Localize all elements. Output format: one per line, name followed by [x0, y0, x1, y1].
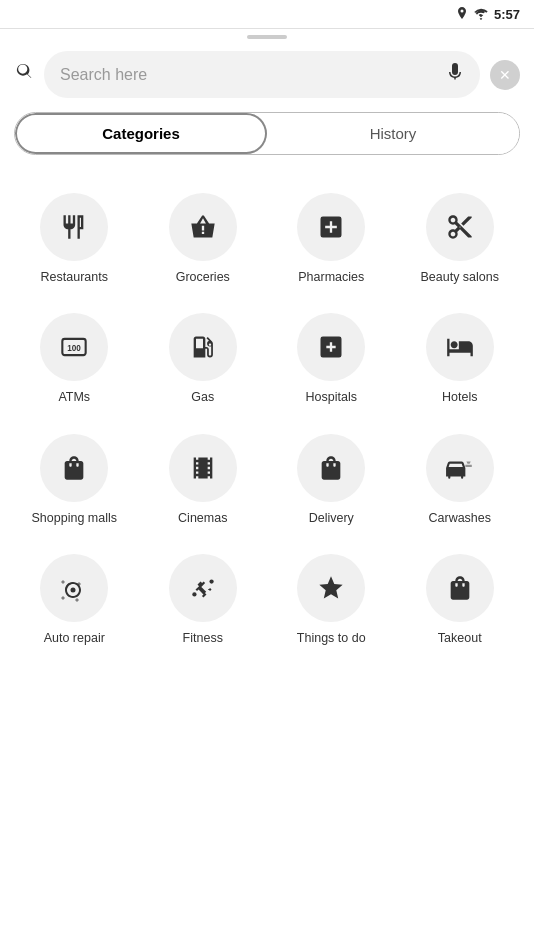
groceries-label: Groceries: [176, 269, 230, 285]
cinemas-label: Cinemas: [178, 510, 227, 526]
category-beauty-salons[interactable]: Beauty salons: [396, 177, 525, 297]
search-bar-container: Search here ✕: [0, 43, 534, 106]
category-auto-repair[interactable]: Auto repair: [10, 538, 139, 658]
auto-repair-label: Auto repair: [44, 630, 105, 646]
search-placeholder: Search here: [60, 66, 438, 84]
beauty-salons-label: Beauty salons: [420, 269, 499, 285]
fitness-label: Fitness: [183, 630, 223, 646]
shopping-malls-label: Shopping malls: [32, 510, 117, 526]
category-groceries[interactable]: Groceries: [139, 177, 268, 297]
search-icon: [14, 62, 34, 87]
carwashes-icon-circle: [426, 434, 494, 502]
scroll-handle: [247, 35, 287, 39]
svg-point-4: [209, 579, 213, 583]
hospitals-label: Hospitals: [306, 389, 357, 405]
status-bar: 5:57: [0, 0, 534, 28]
category-gas[interactable]: Gas: [139, 297, 268, 417]
category-pharmacies[interactable]: Pharmacies: [267, 177, 396, 297]
close-button[interactable]: ✕: [490, 60, 520, 90]
categories-grid: Restaurants Groceries Pharmacies Beauty …: [0, 167, 534, 678]
category-atms[interactable]: 100 ATMs: [10, 297, 139, 417]
atms-icon-circle: 100: [40, 313, 108, 381]
category-hospitals[interactable]: Hospitals: [267, 297, 396, 417]
category-restaurants[interactable]: Restaurants: [10, 177, 139, 297]
wifi-icon: [473, 8, 489, 20]
atms-label: ATMs: [58, 389, 90, 405]
tab-categories[interactable]: Categories: [15, 113, 267, 154]
hotels-label: Hotels: [442, 389, 477, 405]
pharmacies-label: Pharmacies: [298, 269, 364, 285]
category-delivery[interactable]: Delivery: [267, 418, 396, 538]
category-things-to-do[interactable]: Things to do: [267, 538, 396, 658]
restaurants-label: Restaurants: [41, 269, 108, 285]
svg-point-5: [192, 592, 196, 596]
gas-icon-circle: [169, 313, 237, 381]
carwashes-label: Carwashes: [428, 510, 491, 526]
groceries-icon-circle: [169, 193, 237, 261]
restaurants-icon-circle: [40, 193, 108, 261]
tabs-container: Categories History: [14, 112, 520, 155]
category-hotels[interactable]: Hotels: [396, 297, 525, 417]
category-carwashes[interactable]: Carwashes: [396, 418, 525, 538]
location-icon: [456, 7, 468, 21]
auto-repair-icon-circle: [40, 554, 108, 622]
takeout-icon-circle: [426, 554, 494, 622]
search-input[interactable]: Search here: [44, 51, 480, 98]
fitness-icon-circle: [169, 554, 237, 622]
category-fitness[interactable]: Fitness: [139, 538, 268, 658]
svg-point-3: [71, 587, 76, 592]
delivery-icon-circle: [297, 434, 365, 502]
shopping-malls-icon-circle: [40, 434, 108, 502]
beauty-salons-icon-circle: [426, 193, 494, 261]
gas-label: Gas: [191, 389, 214, 405]
cinemas-icon-circle: [169, 434, 237, 502]
category-takeout[interactable]: Takeout: [396, 538, 525, 658]
category-cinemas[interactable]: Cinemas: [139, 418, 268, 538]
pharmacies-icon-circle: [297, 193, 365, 261]
hotels-icon-circle: [426, 313, 494, 381]
things-to-do-label: Things to do: [297, 630, 366, 646]
takeout-label: Takeout: [438, 630, 482, 646]
top-divider: [0, 28, 534, 29]
category-shopping-malls[interactable]: Shopping malls: [10, 418, 139, 538]
things-to-do-icon-circle: [297, 554, 365, 622]
mic-icon[interactable]: [446, 61, 464, 88]
hospitals-icon-circle: [297, 313, 365, 381]
tab-history[interactable]: History: [267, 113, 519, 154]
svg-text:100: 100: [67, 344, 81, 353]
delivery-label: Delivery: [309, 510, 354, 526]
status-time: 5:57: [494, 7, 520, 22]
